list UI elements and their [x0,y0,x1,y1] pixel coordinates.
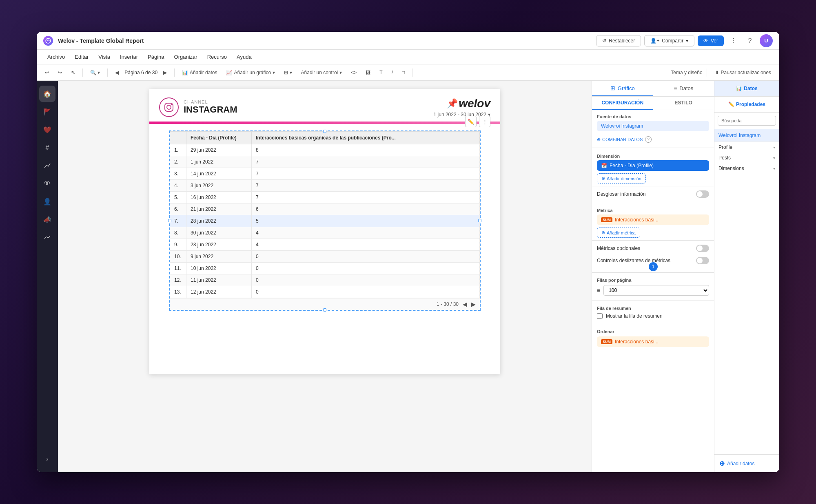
grid-button[interactable]: ⊞ ▾ [281,68,295,77]
add-chart-button[interactable]: 📈 Añadir un gráfico ▾ [223,68,278,77]
rows-per-page-select[interactable]: 100 25 50 [603,285,709,296]
line-button[interactable]: / [388,68,396,77]
menu-recurso[interactable]: Recurso [203,52,231,62]
menu-pagina[interactable]: Página [144,52,168,62]
far-right-tab-datos[interactable]: 📊 Datos [714,81,779,97]
show-summary-checkbox[interactable] [597,313,603,319]
config-tab-configuracion[interactable]: CONFIGURACIÓN [592,97,653,110]
prev-page-button[interactable]: ◀ [112,68,122,77]
add-control-button[interactable]: Añadir un control ▾ [298,68,346,77]
config-tab-estilo[interactable]: ESTILO [653,97,714,110]
menu-ayuda[interactable]: Ayuda [233,52,256,62]
text-button[interactable]: T [376,68,386,77]
sidebar-icon-home[interactable]: 🏠 [39,86,55,102]
section-divider-3 [592,202,714,202]
add-data-far-button[interactable]: ⊕ Añadir datos [719,460,774,467]
add-dimension-button[interactable]: ⊕ Añadir dimensión [597,173,646,183]
desglosar-toggle[interactable] [696,190,709,198]
sidebar-icon-flag[interactable]: 🚩 [39,104,55,120]
menu-editar[interactable]: Editar [71,52,93,62]
more-table-button[interactable]: ⋮ [479,116,490,127]
menu-insertar[interactable]: Insertar [116,52,142,62]
slider-toggle[interactable] [696,257,709,264]
col-value-header[interactable]: Interacciones básicas orgánicas de las p… [252,132,480,144]
sidebar-icon-expand[interactable]: › [39,451,55,467]
sidebar-icon-eye[interactable]: 👁 [39,175,55,192]
table-toolbar: ✏️ ⋮ [465,116,490,127]
metric-chip[interactable]: SUM Interacciones bási... [597,214,709,225]
edit-table-button[interactable]: ✏️ [465,116,477,127]
col-date-header[interactable]: Fecha - Día (Profile) [186,132,252,144]
prev-page-table-button[interactable]: ◀ [463,301,467,307]
compartir-button[interactable]: 👤+ Compartir ▾ [644,35,694,46]
sidebar-icon-trend[interactable] [39,229,55,245]
undo-button[interactable]: ↩ [42,68,52,77]
restablecer-button[interactable]: ↺ Restablecer [596,35,641,46]
more-options-button[interactable]: ⋮ [727,34,740,47]
cell-num: 9. [170,239,186,251]
ver-button[interactable]: 👁 Ver [698,35,724,46]
data-table: Fecha - Día (Profile) Interacciones bási… [170,131,480,298]
order-chip[interactable]: SUM Interacciones bási... [597,336,709,347]
next-page-button[interactable]: ▶ [160,68,170,77]
cell-date: 30 jun 2022 [186,227,252,239]
cell-num: 3. [170,168,186,180]
add-data-button[interactable]: 📊 Añadir datos [179,68,220,77]
tree-item-posts[interactable]: Posts [714,153,779,163]
add-metric-button[interactable]: ⊕ Añadir métrica [597,228,640,238]
dimension-label: Dimensión [592,150,714,160]
next-page-table-button[interactable]: ▶ [471,301,476,307]
resize-handle-bottom[interactable] [323,308,326,312]
datos-far-icon: 📊 [736,86,742,91]
image-button[interactable]: 🖼 [362,68,374,77]
col-num-header [170,132,186,144]
resize-handle-left[interactable] [168,219,171,222]
data-source-chip[interactable]: Welovroi Instagram [597,121,709,131]
zoom-button[interactable]: 🔍 ▾ [87,68,103,77]
resize-handle-right[interactable] [478,219,481,222]
table-row: 4. 3 jun 2022 7 [170,180,480,192]
rows-section: Filas por página ≡ 100 25 50 [592,274,714,299]
data-source-list-item-welovroi[interactable]: Welovroi Instagram [714,129,779,142]
svg-point-2 [167,105,171,109]
code-button[interactable]: <> [348,68,360,77]
menu-organizar[interactable]: Organizar [170,52,202,62]
cell-value: 6 [252,203,480,215]
search-input[interactable] [718,116,776,126]
far-right-tab-propiedades[interactable]: ✏️ Propiedades [714,97,779,113]
cell-num: 4. [170,180,186,192]
help-button[interactable]: ? [743,34,756,47]
sidebar-icon-user[interactable]: 👤 [39,193,55,210]
rows-select-row: ≡ 100 25 50 [597,285,709,296]
tab-datos[interactable]: ≡ Datos [653,81,714,96]
help-combine-icon[interactable]: ? [645,136,652,143]
summary-label: Fila de resumen [597,306,709,311]
sidebar-icon-heart[interactable]: ❤️ [39,122,55,138]
user-avatar[interactable]: U [760,34,773,47]
redo-button[interactable]: ↪ [55,68,65,77]
dimension-chip[interactable]: 📅 Fecha - Día (Profile) [597,160,709,171]
optional-metrics-row: Métricas opcionales [592,242,714,254]
select-tool-button[interactable]: ↖ [68,68,78,77]
menu-archivo[interactable]: Archivo [43,52,69,62]
toolbar-separator-4 [412,69,412,77]
pause-button[interactable]: ⏸ Pausar actualizaciones [711,68,774,77]
rect-button[interactable]: □ [399,68,408,77]
resize-handle-top[interactable] [323,130,326,133]
sidebar-icon-hash[interactable]: # [39,139,55,156]
cell-num: 6. [170,203,186,215]
sidebar-icon-analytics[interactable] [39,157,55,174]
combine-data-button[interactable]: ⊕ COMBINAR DATOS [597,137,643,142]
page-header: CHANNEL INSTAGRAM 📌 welov 1 jun 2022 - 3… [149,89,500,122]
tree-item-dimensions[interactable]: Dimensions [714,163,779,174]
sidebar-icon-megaphone[interactable]: 📣 [39,211,55,228]
cell-value: 7 [252,180,480,192]
cell-num: 8. [170,227,186,239]
menu-vista[interactable]: Vista [94,52,114,62]
optional-metrics-toggle[interactable] [696,245,709,252]
table-row: 12. 11 jun 2022 0 [170,274,480,286]
optional-metrics-label: Métricas opcionales [597,245,640,251]
tab-grafico[interactable]: ⊞ Gráfico [592,81,653,96]
tree-item-profile[interactable]: Profile [714,142,779,153]
add-data-icon: 📊 [182,70,188,75]
